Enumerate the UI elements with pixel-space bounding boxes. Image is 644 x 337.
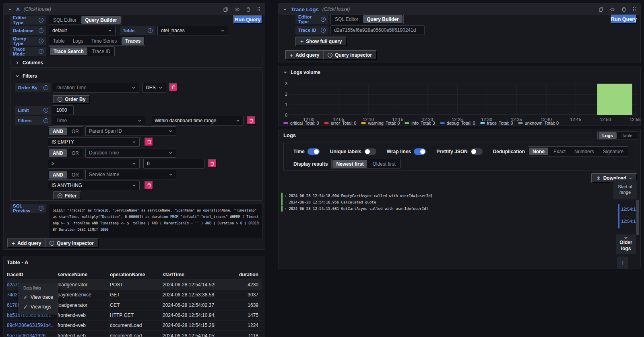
dedup-option-exact[interactable]: Exact	[549, 147, 570, 156]
wrap-lines-toggle[interactable]	[414, 148, 426, 155]
remove-condition-3-button[interactable]	[144, 181, 153, 190]
unique-labels-toggle[interactable]	[364, 148, 376, 155]
column-header-traceid[interactable]: traceID	[7, 272, 58, 277]
trace-id-input[interactable]: d2a7155ef6a928a05680e5ff6190241d	[330, 25, 425, 35]
context-menu-title: Data links	[19, 285, 58, 292]
trash-icon[interactable]	[621, 7, 626, 12]
add-order-by-button[interactable]: +Order By	[53, 95, 90, 104]
add-query-button-trace-logs[interactable]: +Add query	[285, 50, 324, 60]
or-option[interactable]: OR	[68, 170, 83, 179]
log-line-text: 2024-06-28 12:54:16.956 Calculated quote	[289, 200, 376, 204]
drag-handle-icon[interactable]	[632, 6, 636, 12]
log-line[interactable]: › 2024-06-28 12:54:15.081 GetCartAsync c…	[281, 205, 428, 212]
query-inspector-button-trace-logs[interactable]: iQuery inspector	[323, 50, 377, 60]
query-type-option-table[interactable]: Table	[49, 36, 69, 45]
condition-1-field-select[interactable]: Parent Span ID	[85, 126, 176, 136]
sql-preview-code: SELECT "TraceId" as traceID, "ServiceNam…	[49, 203, 262, 238]
legend-item-error[interactable]: errorTotal: 0	[324, 121, 357, 125]
view-trace-menu-item[interactable]: View trace	[19, 292, 58, 302]
copy-icon[interactable]	[223, 7, 228, 12]
drag-handle-icon[interactable]	[257, 6, 261, 12]
trace-mode-option-search[interactable]: Trace Search	[50, 47, 87, 55]
legend-item-warning[interactable]: warningTotal: 0	[361, 121, 400, 125]
trash-icon[interactable]	[246, 7, 251, 12]
run-query-button-trace-logs[interactable]: Run Query	[611, 14, 637, 24]
editor-type-option-sql[interactable]: SQL Editor	[49, 15, 80, 25]
time-field-select[interactable]: Time	[53, 116, 145, 125]
condition-2-value-input[interactable]: 0	[143, 159, 204, 168]
log-line[interactable]: › 2024-06-28 12:54:16.956 Calculated quo…	[281, 199, 376, 205]
legend-item-trace[interactable]: traceTotal: 0	[480, 121, 513, 125]
query-type-option-traces[interactable]: Traces	[122, 37, 144, 45]
view-option-table[interactable]: Table	[617, 132, 637, 140]
time-range-select[interactable]: Within dashboard time range	[151, 116, 244, 125]
logs-volume-header[interactable]: Logs volume	[279, 66, 640, 75]
view-logs-menu-item[interactable]: View logs	[19, 302, 58, 312]
view-option-logs[interactable]: Logs	[599, 132, 616, 139]
display-option-newest[interactable]: Newest first	[332, 160, 367, 168]
dedup-option-numbers[interactable]: Numbers	[570, 147, 599, 156]
condition-1-operator-select[interactable]: IS EMPTY	[48, 137, 140, 147]
trace-id-link[interactable]: 89cf4286e631591b4...	[7, 323, 54, 328]
order-by-field-select[interactable]: Duration Time	[53, 83, 139, 92]
editor-type-option-builder[interactable]: Query Builder	[363, 15, 402, 23]
legend-item-critical[interactable]: criticalTotal: 0	[283, 121, 319, 125]
and-option[interactable]: AND	[49, 149, 67, 157]
logs-scrollbar-thumb[interactable]	[636, 200, 639, 235]
info-logs-bar[interactable]	[597, 84, 632, 115]
legend-item-debug[interactable]: debugTotal: 0	[440, 121, 475, 125]
start-time-cell: 2024-06-28 12:54:04.052	[163, 331, 215, 337]
table-select[interactable]: otel_traces	[157, 26, 228, 35]
remove-time-filter-button[interactable]	[247, 116, 256, 125]
legend-item-unknown[interactable]: unknownTotal: 0	[518, 121, 559, 125]
condition-3-field-select[interactable]: Service Name	[85, 170, 176, 179]
editor-type-option-builder[interactable]: Query Builder	[81, 16, 120, 24]
eye-icon[interactable]	[610, 7, 615, 12]
dedup-option-none[interactable]: None	[529, 148, 548, 155]
or-option[interactable]: OR	[68, 127, 83, 136]
or-option[interactable]: OR	[68, 148, 83, 158]
column-header-duration[interactable]: duration	[215, 272, 262, 277]
add-query-button-a[interactable]: +Add query	[7, 238, 46, 248]
condition-2-field-select[interactable]: Duration Time	[85, 148, 176, 158]
log-line[interactable]: › 2024-06-28 12:54:18.004 EmptyCartAsync…	[281, 193, 433, 199]
column-header-servicename[interactable]: serviceName	[58, 272, 110, 277]
columns-section[interactable]: Columns	[10, 58, 262, 68]
condition-2-operator-select[interactable]: >	[48, 159, 140, 168]
database-select[interactable]: default	[49, 26, 116, 35]
order-by-direction-select[interactable]: DESC	[142, 83, 166, 92]
legend-item-info[interactable]: infoTotal: 3	[405, 121, 435, 125]
collapse-chevron-icon[interactable]	[283, 7, 287, 12]
collapse-chevron-icon[interactable]	[8, 7, 12, 12]
copy-icon[interactable]	[599, 7, 604, 12]
run-query-button-a[interactable]: Run Query	[233, 15, 262, 24]
eye-icon[interactable]	[234, 7, 240, 12]
and-option[interactable]: AND	[49, 171, 67, 179]
remove-order-by-button[interactable]	[169, 83, 178, 92]
show-full-query-button[interactable]: +Show full query	[295, 37, 347, 46]
editor-type-option-sql[interactable]: SQL Editor	[331, 14, 362, 24]
trace-id-link[interactable]: 9ae7acf61341926...	[7, 333, 50, 337]
service-name-cell: frontend-web	[58, 310, 110, 320]
remove-condition-1-button[interactable]	[144, 138, 153, 146]
add-filter-button[interactable]: +Filter	[53, 191, 81, 200]
query-type-option-timeseries[interactable]: Time Series	[87, 36, 121, 45]
query-type-option-logs[interactable]: Logs	[69, 36, 87, 45]
and-option[interactable]: AND	[49, 127, 67, 135]
older-logs-button[interactable]: Older logs	[616, 234, 636, 254]
display-option-oldest[interactable]: Oldest first	[368, 159, 400, 168]
query-inspector-button-a[interactable]: iQuery inspector	[45, 238, 99, 248]
prettify-json-toggle[interactable]	[471, 148, 483, 155]
trace-mode-option-id[interactable]: Trace ID	[88, 47, 115, 56]
condition-3-operator-select[interactable]: IS ANYTHING	[48, 181, 140, 190]
limit-input[interactable]: 1000	[53, 105, 74, 115]
filters-section-header[interactable]: Filters	[10, 70, 262, 79]
data-links-context-menu: Data links View trace View logs	[19, 283, 58, 314]
column-header-operationname[interactable]: operationName	[110, 272, 163, 277]
remove-condition-2-button[interactable]	[208, 159, 217, 168]
logs-volume-title: Logs volume	[291, 70, 320, 75]
dedup-option-signature[interactable]: Signature	[599, 147, 628, 156]
column-header-starttime[interactable]: startTime	[163, 272, 215, 277]
time-toggle[interactable]	[308, 148, 320, 155]
scroll-to-top-button[interactable]: ↑	[617, 257, 628, 269]
